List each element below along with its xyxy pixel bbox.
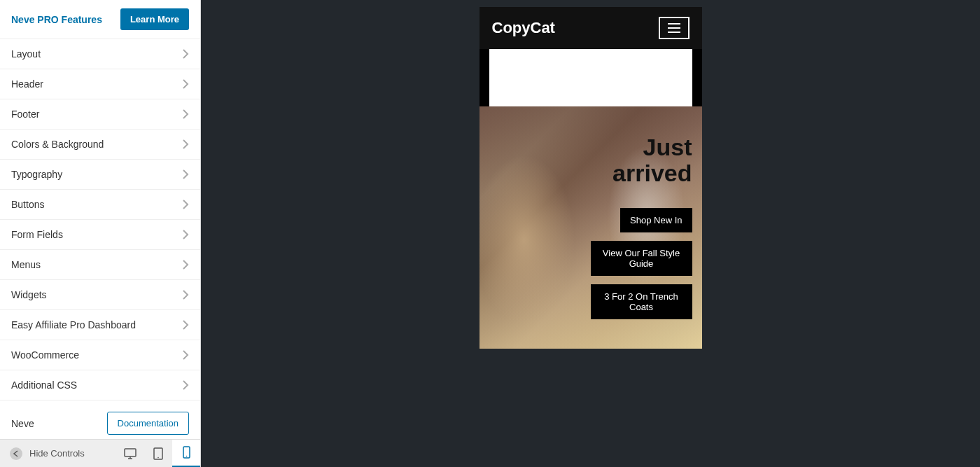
- hide-controls-label: Hide Controls: [29, 448, 85, 459]
- svg-point-4: [186, 456, 187, 457]
- documentation-button[interactable]: Documentation: [107, 412, 189, 435]
- pro-features-title: Neve PRO Features: [11, 14, 102, 25]
- desktop-preview-button[interactable]: [116, 440, 144, 468]
- shop-new-in-button[interactable]: Shop New In: [620, 208, 692, 232]
- panel-colors-background[interactable]: Colors & Background: [0, 130, 200, 160]
- panel-typography[interactable]: Typography: [0, 160, 200, 190]
- panel-header[interactable]: Header: [0, 69, 200, 99]
- panel-label: Layout: [11, 48, 41, 60]
- pro-features-banner: Neve PRO Features Learn More: [0, 0, 200, 39]
- chevron-right-icon: [182, 289, 189, 300]
- fall-style-guide-button[interactable]: View Our Fall Style Guide: [591, 241, 692, 276]
- panel-woocommerce[interactable]: WooCommerce: [0, 340, 200, 370]
- content-block: [489, 49, 692, 106]
- hamburger-icon: [668, 23, 680, 33]
- customizer-sidebar: Neve PRO Features Learn More Layout Head…: [0, 0, 201, 467]
- panel-form-fields[interactable]: Form Fields: [0, 220, 200, 250]
- hero-title: Just arrived: [587, 134, 692, 187]
- panel-label: Colors & Background: [11, 139, 104, 150]
- learn-more-button[interactable]: Learn More: [120, 8, 189, 30]
- hero-button-group: Shop New In View Our Fall Style Guide 3 …: [591, 208, 692, 319]
- panel-easy-affiliate[interactable]: Easy Affiliate Pro Dashboard: [0, 310, 200, 340]
- chevron-right-icon: [182, 78, 189, 90]
- chevron-right-icon: [182, 349, 189, 361]
- panel-label: WooCommerce: [11, 349, 79, 361]
- tablet-preview-button[interactable]: [144, 440, 172, 468]
- panel-label: Footer: [11, 109, 39, 120]
- hide-controls-button[interactable]: Hide Controls: [0, 447, 116, 460]
- trench-coats-promo-button[interactable]: 3 For 2 On Trench Coats: [591, 284, 692, 319]
- chevron-right-icon: [182, 169, 189, 180]
- chevron-right-icon: [182, 48, 189, 60]
- hero-section: Just arrived Shop New In View Our Fall S…: [479, 106, 702, 349]
- chevron-right-icon: [182, 139, 189, 150]
- panel-label: Additional CSS: [11, 379, 77, 391]
- svg-rect-0: [125, 449, 136, 456]
- chevron-right-icon: [182, 109, 189, 120]
- panel-label: Widgets: [11, 289, 47, 300]
- site-title[interactable]: CopyCat: [492, 19, 555, 37]
- panel-additional-css[interactable]: Additional CSS: [0, 370, 200, 400]
- chevron-right-icon: [182, 199, 189, 210]
- panel-buttons[interactable]: Buttons: [0, 190, 200, 220]
- device-preview-toggle: [116, 440, 200, 468]
- panel-footer[interactable]: Footer: [0, 99, 200, 130]
- mobile-preview-frame: CopyCat Just arrived Shop New In View Ou…: [479, 7, 702, 349]
- panel-label: Easy Affiliate Pro Dashboard: [11, 319, 136, 330]
- chevron-right-icon: [182, 229, 189, 240]
- panel-label: Buttons: [11, 199, 44, 210]
- panel-widgets[interactable]: Widgets: [0, 280, 200, 310]
- panel-label: Header: [11, 78, 43, 90]
- site-header: CopyCat: [479, 7, 702, 49]
- chevron-right-icon: [182, 319, 189, 330]
- menu-toggle-button[interactable]: [659, 17, 690, 39]
- panel-label: Menus: [11, 259, 41, 270]
- customizer-panel-list: Layout Header Footer Colors & Background…: [0, 39, 200, 439]
- svg-point-2: [158, 456, 159, 458]
- panel-label: Typography: [11, 169, 62, 180]
- customizer-footer: Hide Controls: [0, 439, 200, 467]
- panel-label: Form Fields: [11, 229, 63, 240]
- neve-theme-row: Neve Documentation: [0, 400, 200, 439]
- neve-label: Neve: [11, 418, 34, 429]
- collapse-icon: [10, 447, 22, 460]
- mobile-preview-button[interactable]: [172, 440, 200, 468]
- panel-menus[interactable]: Menus: [0, 250, 200, 280]
- chevron-right-icon: [182, 259, 189, 270]
- chevron-right-icon: [182, 379, 189, 391]
- panel-layout[interactable]: Layout: [0, 39, 200, 69]
- preview-canvas: CopyCat Just arrived Shop New In View Ou…: [201, 0, 980, 467]
